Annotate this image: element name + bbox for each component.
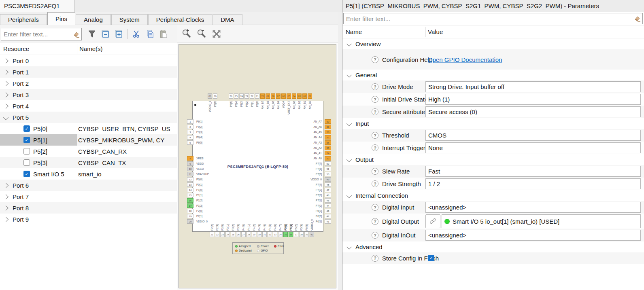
param-checkbox[interactable]: ✓: [428, 255, 434, 261]
param-value-cell[interactable]: Fast: [425, 166, 641, 177]
pin-number[interactable]: 31: [262, 232, 267, 237]
param-value-cell[interactable]: High (1): [425, 94, 641, 105]
tree-row-names-cell[interactable]: [78, 214, 177, 225]
zoom-fit-icon[interactable]: [211, 28, 222, 40]
pin-number[interactable]: 42: [325, 214, 331, 218]
pin-number[interactable]: 41: [325, 219, 331, 224]
pin-number[interactable]: 73: [244, 93, 249, 99]
chevron-down-icon[interactable]: [346, 193, 352, 198]
tree-row-names-cell[interactable]: [78, 100, 177, 112]
column-names[interactable]: Name(s): [79, 43, 103, 55]
param-value-cell[interactable]: <unassigned>: [425, 230, 641, 241]
tree-row-port-9[interactable]: Port 9: [0, 214, 177, 225]
param-row-store-config-in-flash[interactable]: ?Store Config in Flash✓: [342, 252, 644, 264]
tree-row-names-cell[interactable]: [78, 66, 177, 78]
pin-number[interactable]: 47: [325, 188, 331, 192]
tree-row-resource-cell[interactable]: Port 2: [0, 78, 77, 89]
paste-icon[interactable]: [158, 28, 169, 40]
chevron-down-icon[interactable]: [346, 72, 352, 78]
pin-number[interactable]: 53: [325, 156, 331, 161]
help-question-icon[interactable]: ?: [372, 180, 378, 187]
pin-number[interactable]: 49: [325, 177, 331, 182]
tree-row-port-6[interactable]: Port 6: [0, 180, 177, 191]
tree-row-names-cell[interactable]: CYBSP_CAN_RX: [78, 146, 177, 157]
param-section-overview[interactable]: Overview: [342, 38, 644, 49]
tree-row-smart-i-o-5[interactable]: ✓Smart I/O 5smart_io: [0, 168, 177, 180]
pin-number[interactable]: 27: [241, 232, 246, 237]
copy-icon[interactable]: [145, 28, 156, 40]
param-section-output[interactable]: Output: [342, 154, 644, 165]
tree-row-names-cell[interactable]: CYBSP_CAN_TX: [78, 157, 177, 168]
pin-number[interactable]: 62: [302, 93, 307, 99]
pin-number[interactable]: 80: [208, 93, 212, 99]
pin-number[interactable]: 16: [187, 198, 193, 203]
tree-row-resource-cell[interactable]: Port 3: [0, 89, 77, 100]
tree-row-names-cell[interactable]: [78, 112, 177, 123]
param-row-interrupt-trigger-type[interactable]: ?Interrupt Trigger TypeNone: [342, 142, 644, 154]
help-question-icon[interactable]: ?: [372, 83, 378, 90]
pin-number[interactable]: 79: [213, 93, 217, 99]
tree-row-names-cell[interactable]: CYBSP_MIKROBUS_PWM, CY: [78, 134, 177, 146]
tree-row-p5-2[interactable]: P5[2]CYBSP_CAN_RX: [0, 146, 177, 157]
pin-number[interactable]: 59: [325, 125, 331, 129]
clear-filter-icon[interactable]: [633, 15, 641, 22]
pane-splitter[interactable]: [338, 12, 342, 290]
pin-number[interactable]: 61: [308, 93, 312, 99]
pin-number[interactable]: 63: [297, 93, 302, 99]
tab-dma[interactable]: DMA: [213, 14, 242, 25]
tree-row-resource-cell[interactable]: ✓Smart I/O 5: [0, 168, 77, 180]
pins-filter-input[interactable]: [1, 28, 71, 40]
tree-row-names-cell[interactable]: [78, 191, 177, 202]
tree-row-names-cell[interactable]: smart_io: [78, 168, 177, 180]
param-row-slew-rate[interactable]: ?Slew RateFast: [342, 165, 644, 178]
help-question-icon[interactable]: ?: [372, 108, 378, 115]
pin-enable-checkbox[interactable]: ✓: [23, 125, 30, 132]
pin-number[interactable]: 56: [325, 140, 331, 145]
tree-row-port-3[interactable]: Port 3: [0, 89, 177, 100]
pin-number[interactable]: 4: [187, 135, 193, 140]
tree-row-port-1[interactable]: Port 1: [0, 66, 177, 78]
expand-all-icon[interactable]: [113, 28, 124, 40]
pin-number[interactable]: 26: [236, 232, 240, 237]
pin-number[interactable]: 60: [325, 119, 331, 124]
filter-icon[interactable]: [86, 28, 98, 40]
column-value[interactable]: Value: [428, 25, 443, 38]
pin-number[interactable]: 52: [325, 161, 331, 166]
tree-row-port-2[interactable]: Port 2: [0, 78, 177, 89]
param-value-cell[interactable]: 1 / 2: [425, 178, 641, 189]
tree-row-resource-cell[interactable]: Port 7: [0, 191, 77, 202]
pin-number[interactable]: 2: [187, 125, 193, 129]
chevron-down-icon[interactable]: [346, 121, 352, 126]
tree-row-resource-cell[interactable]: Port 4: [0, 100, 77, 112]
column-divider[interactable]: [425, 27, 426, 37]
chevron-right-icon[interactable]: [3, 92, 9, 97]
pin-number[interactable]: 50: [325, 172, 331, 176]
column-name[interactable]: Name: [346, 25, 362, 38]
help-question-icon[interactable]: ?: [372, 132, 378, 139]
pin-number[interactable]: 9: [187, 161, 193, 166]
param-value-cell[interactable]: <unassigned>: [425, 202, 641, 213]
param-row-threshold[interactable]: ?ThresholdCMOS: [342, 129, 644, 142]
tree-row-resource-cell[interactable]: P5[3]: [0, 157, 77, 168]
help-question-icon[interactable]: ?: [372, 144, 378, 151]
param-row-drive-mode[interactable]: ?Drive ModeStrong Drive. Input buffer of…: [342, 80, 644, 93]
pin-number[interactable]: 8: [187, 156, 193, 161]
tab-peripheral-clocks[interactable]: Peripheral-Clocks: [148, 14, 212, 25]
tab-pins[interactable]: Pins: [47, 12, 75, 25]
param-value-cell[interactable]: Strong Drive. Input buffer off: [425, 81, 641, 92]
help-question-icon[interactable]: ?: [372, 255, 378, 262]
param-row-drive-strength[interactable]: ?Drive Strength1 / 2: [342, 178, 644, 190]
pin-number[interactable]: 15: [187, 193, 193, 197]
param-value-cell[interactable]: Smart I/O 5 io_out[1] (smart_io) [USED]: [442, 214, 641, 228]
param-row-initial-drive-state[interactable]: ?Initial Drive StateHigh (1): [342, 93, 644, 106]
tree-row-port-7[interactable]: Port 7: [0, 191, 177, 202]
pin-number[interactable]: 76: [229, 93, 233, 99]
pin-number[interactable]: 48: [325, 182, 331, 187]
param-section-internal-connection[interactable]: Internal Connection: [342, 190, 644, 201]
tree-row-resource-cell[interactable]: Port 9: [0, 214, 77, 225]
param-section-input[interactable]: Input: [342, 118, 644, 129]
tree-row-names-cell[interactable]: CYBSP_USER_BTN, CYBSP_US: [78, 123, 177, 134]
pin-number[interactable]: 38: [299, 232, 304, 237]
pin-number[interactable]: 37: [294, 232, 298, 237]
pin-number[interactable]: 71: [255, 93, 259, 99]
